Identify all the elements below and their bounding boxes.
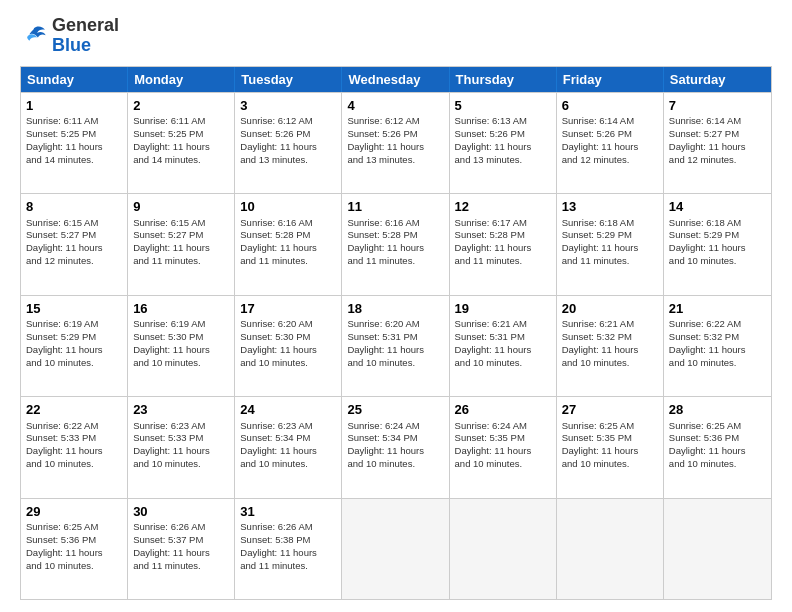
day-info: Sunrise: 6:16 AM xyxy=(240,217,336,230)
day-number: 1 xyxy=(26,97,122,115)
day-number: 12 xyxy=(455,198,551,216)
day-info: and 10 minutes. xyxy=(669,458,766,471)
day-number: 18 xyxy=(347,300,443,318)
day-info: Daylight: 11 hours xyxy=(26,141,122,154)
day-number: 11 xyxy=(347,198,443,216)
day-info: Sunrise: 6:25 AM xyxy=(562,420,658,433)
day-info: Sunrise: 6:15 AM xyxy=(133,217,229,230)
day-info: Sunset: 5:26 PM xyxy=(455,128,551,141)
cal-cell xyxy=(664,499,771,599)
day-info: Sunrise: 6:18 AM xyxy=(669,217,766,230)
day-info: Sunrise: 6:20 AM xyxy=(347,318,443,331)
day-info: Daylight: 11 hours xyxy=(26,242,122,255)
day-number: 16 xyxy=(133,300,229,318)
day-info: Sunset: 5:25 PM xyxy=(26,128,122,141)
cal-cell: 7Sunrise: 6:14 AMSunset: 5:27 PMDaylight… xyxy=(664,93,771,193)
day-number: 23 xyxy=(133,401,229,419)
cal-cell: 1Sunrise: 6:11 AMSunset: 5:25 PMDaylight… xyxy=(21,93,128,193)
day-number: 31 xyxy=(240,503,336,521)
day-info: Sunrise: 6:25 AM xyxy=(26,521,122,534)
day-info: Sunset: 5:27 PM xyxy=(133,229,229,242)
cal-cell: 4Sunrise: 6:12 AMSunset: 5:26 PMDaylight… xyxy=(342,93,449,193)
day-info: Daylight: 11 hours xyxy=(133,242,229,255)
cal-cell: 20Sunrise: 6:21 AMSunset: 5:32 PMDayligh… xyxy=(557,296,664,396)
day-info: Sunset: 5:34 PM xyxy=(347,432,443,445)
day-info: and 13 minutes. xyxy=(455,154,551,167)
day-number: 7 xyxy=(669,97,766,115)
cal-cell: 26Sunrise: 6:24 AMSunset: 5:35 PMDayligh… xyxy=(450,397,557,497)
day-number: 19 xyxy=(455,300,551,318)
day-info: Daylight: 11 hours xyxy=(347,445,443,458)
day-info: Sunset: 5:33 PM xyxy=(26,432,122,445)
day-info: Sunset: 5:29 PM xyxy=(26,331,122,344)
day-info: Sunset: 5:26 PM xyxy=(562,128,658,141)
day-number: 3 xyxy=(240,97,336,115)
day-info: Sunset: 5:38 PM xyxy=(240,534,336,547)
day-info: Sunrise: 6:26 AM xyxy=(133,521,229,534)
day-number: 9 xyxy=(133,198,229,216)
cal-cell xyxy=(450,499,557,599)
day-info: Daylight: 11 hours xyxy=(562,141,658,154)
day-info: and 10 minutes. xyxy=(133,357,229,370)
day-info: Daylight: 11 hours xyxy=(240,141,336,154)
cal-cell: 28Sunrise: 6:25 AMSunset: 5:36 PMDayligh… xyxy=(664,397,771,497)
day-number: 2 xyxy=(133,97,229,115)
day-info: Daylight: 11 hours xyxy=(455,141,551,154)
day-info: Daylight: 11 hours xyxy=(347,242,443,255)
day-info: and 10 minutes. xyxy=(26,560,122,573)
header-day-sunday: Sunday xyxy=(21,67,128,92)
day-number: 28 xyxy=(669,401,766,419)
day-number: 30 xyxy=(133,503,229,521)
day-info: Sunrise: 6:11 AM xyxy=(26,115,122,128)
week-row-4: 22Sunrise: 6:22 AMSunset: 5:33 PMDayligh… xyxy=(21,396,771,497)
day-info: Sunset: 5:35 PM xyxy=(562,432,658,445)
day-info: Sunrise: 6:24 AM xyxy=(347,420,443,433)
day-number: 27 xyxy=(562,401,658,419)
day-info: Sunset: 5:26 PM xyxy=(347,128,443,141)
header-day-tuesday: Tuesday xyxy=(235,67,342,92)
day-info: Daylight: 11 hours xyxy=(562,344,658,357)
logo-text: General Blue xyxy=(52,16,119,56)
calendar-page: General Blue SundayMondayTuesdayWednesda… xyxy=(0,0,792,612)
day-info: and 11 minutes. xyxy=(240,560,336,573)
cal-cell: 6Sunrise: 6:14 AMSunset: 5:26 PMDaylight… xyxy=(557,93,664,193)
cal-cell: 16Sunrise: 6:19 AMSunset: 5:30 PMDayligh… xyxy=(128,296,235,396)
week-row-3: 15Sunrise: 6:19 AMSunset: 5:29 PMDayligh… xyxy=(21,295,771,396)
day-info: Sunset: 5:27 PM xyxy=(26,229,122,242)
header-day-saturday: Saturday xyxy=(664,67,771,92)
day-number: 4 xyxy=(347,97,443,115)
day-info: Daylight: 11 hours xyxy=(562,445,658,458)
day-number: 13 xyxy=(562,198,658,216)
day-info: Sunset: 5:32 PM xyxy=(669,331,766,344)
day-info: Daylight: 11 hours xyxy=(669,242,766,255)
day-info: and 12 minutes. xyxy=(26,255,122,268)
cal-cell xyxy=(342,499,449,599)
day-info: Sunrise: 6:12 AM xyxy=(347,115,443,128)
day-info: Sunset: 5:30 PM xyxy=(133,331,229,344)
day-number: 15 xyxy=(26,300,122,318)
day-info: Sunset: 5:29 PM xyxy=(669,229,766,242)
cal-cell: 15Sunrise: 6:19 AMSunset: 5:29 PMDayligh… xyxy=(21,296,128,396)
day-info: Sunset: 5:27 PM xyxy=(669,128,766,141)
day-info: Sunrise: 6:24 AM xyxy=(455,420,551,433)
cal-cell: 13Sunrise: 6:18 AMSunset: 5:29 PMDayligh… xyxy=(557,194,664,294)
day-info: Daylight: 11 hours xyxy=(133,344,229,357)
day-info: Sunrise: 6:19 AM xyxy=(133,318,229,331)
day-info: and 12 minutes. xyxy=(562,154,658,167)
day-info: Sunset: 5:30 PM xyxy=(240,331,336,344)
day-number: 8 xyxy=(26,198,122,216)
day-info: and 10 minutes. xyxy=(562,458,658,471)
day-info: and 12 minutes. xyxy=(669,154,766,167)
day-info: Sunrise: 6:17 AM xyxy=(455,217,551,230)
day-info: Daylight: 11 hours xyxy=(26,445,122,458)
day-info: Sunrise: 6:14 AM xyxy=(669,115,766,128)
day-info: Daylight: 11 hours xyxy=(669,344,766,357)
calendar-header: SundayMondayTuesdayWednesdayThursdayFrid… xyxy=(21,67,771,92)
cal-cell: 3Sunrise: 6:12 AMSunset: 5:26 PMDaylight… xyxy=(235,93,342,193)
day-info: Sunset: 5:31 PM xyxy=(455,331,551,344)
day-info: Sunset: 5:36 PM xyxy=(669,432,766,445)
cal-cell: 31Sunrise: 6:26 AMSunset: 5:38 PMDayligh… xyxy=(235,499,342,599)
day-info: and 10 minutes. xyxy=(455,357,551,370)
day-info: Sunset: 5:28 PM xyxy=(455,229,551,242)
day-info: and 10 minutes. xyxy=(26,357,122,370)
